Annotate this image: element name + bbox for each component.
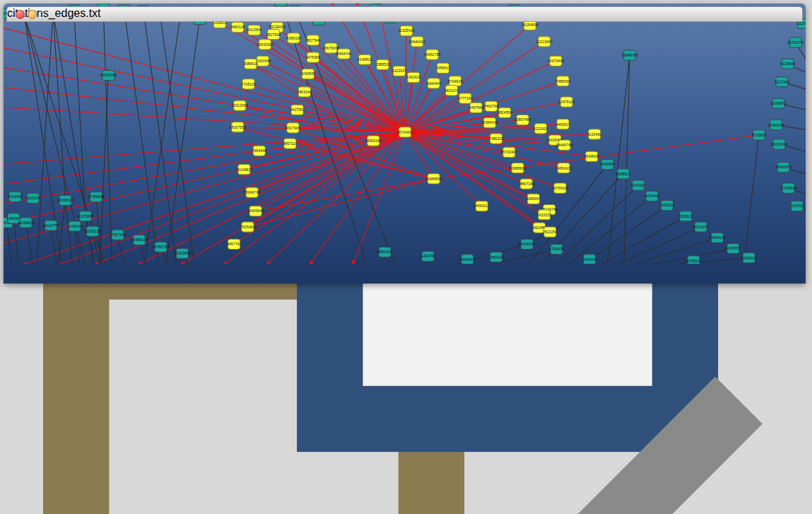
graph-node-9245652[interactable]: 9245652 <box>726 243 741 253</box>
graph-node-3427552[interactable]: 3427552 <box>290 105 305 115</box>
graph-node-14569117[interactable]: 14569117 <box>473 201 490 211</box>
graph-node-12093872[interactable]: 12093872 <box>770 98 787 108</box>
graph-node-2803144[interactable]: 2803144 <box>297 87 312 97</box>
graph-node-9589610[interactable]: 9589610 <box>243 59 258 69</box>
graph-node-8867110[interactable]: 8867110 <box>283 139 297 148</box>
graph-node-9115460[interactable]: 9115460 <box>587 129 601 139</box>
resize-grip[interactable] <box>4 267 806 514</box>
graph-node-11156829[interactable]: 11156829 <box>18 218 34 228</box>
graph-node-16958107[interactable]: 16958107 <box>131 235 147 245</box>
graph-node-15751074[interactable]: 15751074 <box>787 37 804 47</box>
graph-node-8861302[interactable]: 8861302 <box>377 247 392 257</box>
graph-node-7386322[interactable]: 7386322 <box>489 134 504 144</box>
network-window[interactable]: citations_edges.txt 20465211405571220891… <box>4 4 806 284</box>
graph-node-9827546[interactable]: 9827546 <box>306 35 321 45</box>
graph-node-1640954[interactable]: 1640954 <box>600 159 615 169</box>
graph-node-9777169[interactable]: 9777169 <box>458 93 473 103</box>
graph-node-8912954[interactable]: 8912954 <box>247 25 261 35</box>
graph-node-16543362[interactable]: 16543362 <box>257 40 273 49</box>
network-window-titlebar[interactable]: citations_edges.txt <box>6 6 803 22</box>
graph-node-12213967[interactable]: 12213967 <box>536 37 552 47</box>
graph-node-14136141[interactable]: 14136141 <box>519 239 535 249</box>
graph-node-16640910[interactable]: 16640910 <box>409 37 425 47</box>
graph-node-9084067[interactable]: 9084067 <box>526 194 541 204</box>
graph-node-20206526[interactable]: 20206526 <box>57 195 73 205</box>
graph-node-13142757[interactable]: 13142757 <box>42 221 59 230</box>
graph-node-7832621[interactable]: 7832621 <box>678 211 693 221</box>
graph-node-1145194[interactable]: 1145194 <box>68 221 82 231</box>
graph-node-18107553[interactable]: 18107553 <box>230 122 246 132</box>
graph-node-10688609[interactable]: 10688609 <box>510 163 526 173</box>
graph-node-8186328[interactable]: 8186328 <box>286 33 301 43</box>
graph-node-6221601[interactable]: 6221601 <box>534 124 548 134</box>
graph-node-9475968[interactable]: 9475968 <box>306 52 321 62</box>
graph-node-19654923[interactable]: 19654923 <box>555 163 572 173</box>
graph-node-9821072[interactable]: 9821072 <box>445 86 459 95</box>
graph-node-1753426[interactable]: 1753426 <box>549 244 564 254</box>
graph-node-9146821[interactable]: 9146821 <box>358 54 372 64</box>
graph-node-6479197[interactable]: 6479197 <box>631 180 646 190</box>
graph-node-20153346[interactable]: 20153346 <box>100 70 117 80</box>
graph-node-30975887[interactable]: 30975887 <box>77 211 93 221</box>
graph-node-10973493[interactable]: 10973493 <box>548 56 564 66</box>
graph-node-18495768[interactable]: 18495768 <box>556 140 572 150</box>
graph-node-2718126[interactable]: 2718126 <box>241 79 256 89</box>
graph-node-2516065[interactable]: 2516065 <box>8 192 23 201</box>
graph-node-18300295[interactable]: 18300295 <box>365 136 382 146</box>
graph-node-8958921[interactable]: 8958921 <box>616 169 631 179</box>
graph-node-9463342[interactable]: 9463342 <box>582 255 597 264</box>
graph-node-20364436[interactable]: 20364436 <box>481 118 498 128</box>
graph-node-17957253[interactable]: 17957253 <box>110 230 126 240</box>
graph-node-9227343[interactable]: 9227343 <box>775 77 789 87</box>
graph-node-8471676[interactable]: 8471676 <box>693 222 708 232</box>
minimize-button[interactable] <box>28 10 37 19</box>
graph-node-15166827[interactable]: 15166827 <box>236 165 252 175</box>
graph-node-6497568[interactable]: 6497568 <box>469 103 483 112</box>
graph-node-9245013[interactable]: 9245013 <box>686 256 701 264</box>
graph-node-7485063[interactable]: 7485063 <box>555 76 570 86</box>
close-button[interactable] <box>16 10 25 19</box>
graph-node-10807487[interactable]: 10807487 <box>514 115 531 124</box>
graph-node-16782753[interactable]: 16782753 <box>153 242 169 252</box>
graph-node-7462766[interactable]: 7462766 <box>484 101 499 111</box>
graph-node-9129946[interactable]: 9129946 <box>780 59 795 69</box>
graph-node-15720407[interactable]: 15720407 <box>501 147 517 157</box>
graph-node-9457791[interactable]: 9457791 <box>227 239 242 249</box>
graph-node-15692971[interactable]: 15692971 <box>775 163 792 173</box>
network-canvas[interactable]: 2046521140557122089140693605081065328715… <box>4 4 806 514</box>
graph-node-7654948[interactable]: 7654948 <box>252 146 266 156</box>
graph-node-2522254[interactable]: 2522254 <box>543 227 558 237</box>
graph-node-17016504[interactable]: 17016504 <box>780 183 796 193</box>
graph-node-16210643[interactable]: 16210643 <box>771 139 787 149</box>
graph-node-2935114[interactable]: 2935114 <box>660 200 674 210</box>
graph-node-19756928[interactable]: 19756928 <box>552 183 568 193</box>
graph-node-1322037[interactable]: 1322037 <box>392 66 407 76</box>
graph-node-8215958[interactable]: 8215958 <box>752 130 767 140</box>
graph-node-2587004[interactable]: 2587004 <box>489 252 504 262</box>
graph-node-18807249[interactable]: 18807249 <box>518 179 534 189</box>
graph-node-1294756[interactable]: 1294756 <box>420 252 435 262</box>
graph-node-9660128[interactable]: 9660128 <box>230 22 245 32</box>
graph-node-15409943[interactable]: 15409943 <box>247 206 264 216</box>
graph-node-17359928[interactable]: 17359928 <box>88 192 104 201</box>
graph-node-8454749[interactable]: 8454749 <box>336 49 351 59</box>
graph-node-9827508[interactable]: 9827508 <box>266 30 281 40</box>
graph-node-9463627[interactable]: 9463627 <box>555 119 570 129</box>
graph-node-16648784[interactable]: 16648784 <box>621 50 637 60</box>
graph-node-9242845[interactable]: 9242845 <box>301 69 316 78</box>
graph-node-9317006[interactable]: 9317006 <box>286 123 300 133</box>
graph-node-18724007[interactable]: 18724007 <box>396 127 413 137</box>
graph-node-15046768[interactable]: 15046768 <box>244 187 260 197</box>
graph-node-9360603[interactable]: 9360603 <box>460 255 475 264</box>
graph-node-9474444[interactable]: 9474444 <box>645 191 659 201</box>
graph-node-12505135[interactable]: 12505135 <box>84 226 100 236</box>
graph-node-9990443[interactable]: 9990443 <box>426 78 441 88</box>
graph-node-8794028[interactable]: 8794028 <box>448 76 463 86</box>
graph-node-7955812[interactable]: 7955812 <box>436 63 451 73</box>
graph-node-19384554[interactable]: 19384554 <box>425 174 442 184</box>
graph-node-1915294[interactable]: 1915294 <box>25 193 40 203</box>
graph-node-12923468[interactable]: 12923468 <box>174 248 190 258</box>
graph-node-14961758[interactable]: 14961758 <box>424 49 440 59</box>
graph-node-12975115[interactable]: 12975115 <box>558 97 575 107</box>
graph-node-12444159[interactable]: 12444159 <box>768 120 784 130</box>
